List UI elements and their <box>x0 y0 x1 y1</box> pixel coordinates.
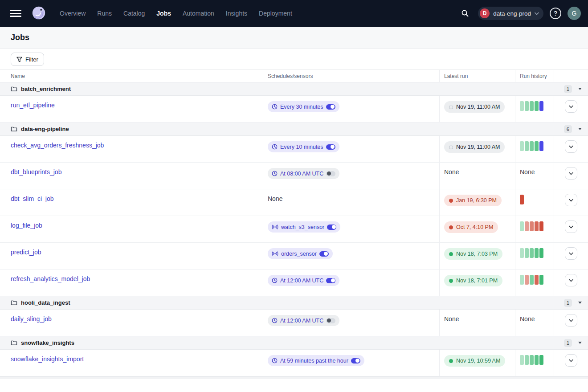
expand-row-button[interactable] <box>565 314 577 327</box>
expand-row-button[interactable] <box>565 274 577 286</box>
schedule-chip[interactable]: At 12:00 AM UTC <box>268 275 339 286</box>
schedule-toggle[interactable] <box>351 358 360 363</box>
run-history-none: None <box>520 168 535 176</box>
top-nav: Overview Runs Catalog Jobs Automation In… <box>0 0 588 27</box>
group-row[interactable]: hooli_data_ingest 1 <box>0 296 588 310</box>
dagster-logo-icon[interactable] <box>30 5 47 22</box>
expand-row-button[interactable] <box>565 220 577 233</box>
collapse-caret-icon[interactable] <box>578 342 582 344</box>
sensor-chip[interactable]: watch_s3_sensor <box>268 221 340 233</box>
table-row: dbt_slim_ci_job None Jan 19, 6:30 PM <box>0 189 588 216</box>
chevron-down-icon <box>569 199 573 202</box>
avatar[interactable]: G <box>568 7 581 20</box>
expand-row-button[interactable] <box>565 140 577 153</box>
nav-item-automation[interactable]: Automation <box>183 10 214 17</box>
collapse-caret-icon[interactable] <box>578 302 582 304</box>
nav-item-jobs[interactable]: Jobs <box>156 10 171 17</box>
group-name: batch_enrichment <box>21 86 71 92</box>
job-link[interactable]: run_etl_pipeline <box>11 102 55 109</box>
latest-run-chip[interactable]: Jan 19, 6:30 PM <box>444 195 502 206</box>
run-history-none: None <box>520 315 535 323</box>
sensor-toggle[interactable] <box>327 225 336 230</box>
chevron-down-icon <box>569 359 573 362</box>
latest-run-chip[interactable]: Nov 19, 11:00 AM <box>444 141 505 153</box>
schedule-toggle[interactable] <box>326 144 335 150</box>
latest-run-chip[interactable]: Nov 19, 10:59 AM <box>444 355 505 367</box>
group-name: data-eng-pipeline <box>21 126 69 132</box>
latest-run-chip[interactable]: Oct 7, 4:10 PM <box>444 221 498 233</box>
job-link[interactable]: daily_sling_job <box>11 315 52 323</box>
table-row: daily_sling_job At 12:00 AM UTC None Non… <box>0 310 588 336</box>
group-row[interactable]: data-eng-pipeline 6 <box>0 122 588 136</box>
collapse-caret-icon[interactable] <box>578 88 582 90</box>
nav-item-runs[interactable]: Runs <box>97 10 112 17</box>
schedule-chip[interactable]: At 12:00 AM UTC <box>268 315 339 326</box>
schedule-toggle[interactable] <box>326 171 335 176</box>
schedule-chip[interactable]: At 08:00 AM UTC <box>268 168 339 179</box>
deployment-name: data-eng-prod <box>493 10 531 17</box>
help-icon[interactable]: ? <box>550 8 561 19</box>
run-history-bars[interactable] <box>520 221 543 231</box>
column-header-run-history: Run history <box>515 70 554 82</box>
clock-icon <box>272 278 278 283</box>
group-name: snowflake_insights <box>21 339 74 346</box>
folder-icon <box>11 340 17 346</box>
clock-icon <box>272 104 278 110</box>
run-history-bars[interactable] <box>520 141 543 151</box>
job-link[interactable]: refresh_analytics_model_job <box>11 275 90 282</box>
nav-item-overview[interactable]: Overview <box>60 10 86 17</box>
expand-row-button[interactable] <box>565 167 577 180</box>
schedule-chip[interactable]: Every 30 minutes <box>268 101 339 112</box>
nav-item-catalog[interactable]: Catalog <box>123 10 145 17</box>
expand-row-button[interactable] <box>565 354 577 367</box>
group-row[interactable]: snowflake_insights 1 <box>0 336 588 350</box>
job-link[interactable]: predict_job <box>11 249 41 256</box>
table-row: log_file_job watch_s3_sensor Oct 7, 4:10… <box>0 216 588 243</box>
latest-run-none: None <box>444 315 459 323</box>
table-row: predict_job orders_sensor Nov 18, 7:03 P… <box>0 243 588 270</box>
nav-item-deployment[interactable]: Deployment <box>259 10 292 17</box>
expand-row-button[interactable] <box>565 194 577 206</box>
schedule-toggle[interactable] <box>326 278 335 283</box>
search-icon[interactable] <box>458 7 472 20</box>
filter-bar: Filter <box>0 49 588 69</box>
chevron-down-icon <box>535 12 539 15</box>
expand-row-button[interactable] <box>565 100 577 113</box>
group-count-badge: 6 <box>564 125 572 133</box>
group-name: hooli_data_ingest <box>21 299 70 306</box>
menu-icon[interactable] <box>10 8 21 19</box>
deployment-switcher[interactable]: D data-eng-prod <box>478 7 543 20</box>
run-history-bars[interactable] <box>520 355 543 365</box>
latest-run-chip[interactable]: Nov 19, 11:00 AM <box>444 101 505 113</box>
group-row[interactable]: batch_enrichment 1 <box>0 82 588 96</box>
run-history-bars[interactable] <box>520 275 543 285</box>
run-history-bars[interactable] <box>520 195 524 204</box>
latest-run-chip[interactable]: Nov 18, 7:03 PM <box>444 248 502 260</box>
run-history-bars[interactable] <box>520 248 543 258</box>
expand-row-button[interactable] <box>565 247 577 260</box>
collapse-caret-icon[interactable] <box>578 128 582 130</box>
table-row: check_avg_orders_freshness_job Every 10 … <box>0 136 588 163</box>
nav-item-insights[interactable]: Insights <box>226 10 247 17</box>
schedule-chip[interactable]: At 59 minutes past the hour <box>268 355 364 366</box>
table-row: snowflake_insights_import At 59 minutes … <box>0 350 588 376</box>
folder-icon <box>11 126 17 132</box>
latest-run-chip[interactable]: Nov 18, 7:01 PM <box>444 275 502 286</box>
latest-run-none: None <box>444 168 459 176</box>
job-link[interactable]: log_file_job <box>11 222 42 229</box>
sensor-icon <box>272 225 278 229</box>
schedule-toggle[interactable] <box>326 104 335 110</box>
filter-button[interactable]: Filter <box>11 53 44 66</box>
table-row: refresh_analytics_model_job At 12:00 AM … <box>0 270 588 296</box>
run-started-icon <box>449 105 453 109</box>
job-link[interactable]: dbt_blueprints_job <box>11 168 61 176</box>
job-link[interactable]: check_avg_orders_freshness_job <box>11 142 104 149</box>
sensor-toggle[interactable] <box>319 251 329 257</box>
sensor-chip[interactable]: orders_sensor <box>268 248 333 259</box>
job-link[interactable]: dbt_slim_ci_job <box>11 195 54 202</box>
schedule-toggle[interactable] <box>326 318 335 323</box>
run-history-bars[interactable] <box>520 101 543 111</box>
chevron-down-icon <box>569 105 573 108</box>
job-link[interactable]: snowflake_insights_import <box>11 355 84 363</box>
schedule-chip[interactable]: Every 10 minutes <box>268 141 339 152</box>
